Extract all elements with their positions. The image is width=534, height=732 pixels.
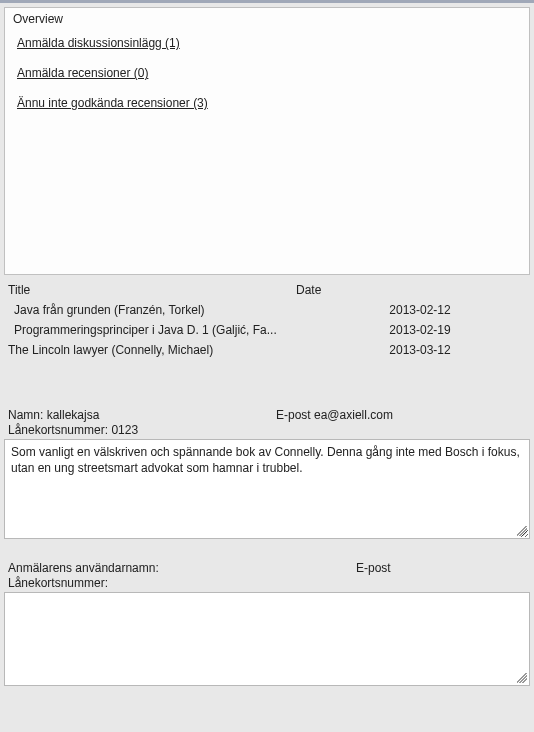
- user-card-label: Lånekortsnummer: 0123: [8, 423, 526, 437]
- overview-title: Overview: [13, 12, 521, 26]
- user-email-label: E-post ea@axiell.com: [276, 408, 526, 422]
- reporter-email-label: E-post: [356, 561, 526, 575]
- column-header-date[interactable]: Date: [296, 283, 526, 297]
- user-name-label: Namn: kallekajsa: [8, 408, 276, 422]
- user-info-section: Namn: kallekajsa E-post ea@axiell.com Lå…: [4, 408, 530, 437]
- reporter-textarea[interactable]: [4, 592, 530, 686]
- table-row[interactable]: The Lincoln lawyer (Connelly, Michael) 2…: [4, 340, 530, 360]
- cell-date: 2013-02-19: [320, 323, 520, 337]
- link-pending-reviews[interactable]: Ännu inte godkända recensioner (3): [17, 96, 517, 110]
- column-header-title[interactable]: Title: [8, 283, 296, 297]
- reporter-card-label: Lånekortsnummer:: [8, 576, 526, 590]
- link-reported-reviews[interactable]: Anmälda recensioner (0): [17, 66, 517, 80]
- table-row[interactable]: Programmeringsprinciper i Java D. 1 (Gal…: [4, 320, 530, 340]
- cell-date: 2013-03-12: [320, 343, 520, 357]
- reporter-username-label: Anmälarens användarnamn:: [8, 561, 356, 575]
- overview-panel: Overview Anmälda diskussionsinlägg (1) A…: [4, 7, 530, 275]
- resize-grip-icon[interactable]: [517, 673, 527, 683]
- cell-date: 2013-02-12: [320, 303, 520, 317]
- link-reported-discussions[interactable]: Anmälda diskussionsinlägg (1): [17, 36, 517, 50]
- review-text: Som vanligt en välskriven och spännande …: [11, 445, 520, 475]
- cell-title: The Lincoln lawyer (Connelly, Michael): [8, 343, 320, 357]
- cell-title: Java från grunden (Franzén, Torkel): [14, 303, 320, 317]
- resize-grip-icon[interactable]: [517, 526, 527, 536]
- cell-title: Programmeringsprinciper i Java D. 1 (Gal…: [14, 323, 320, 337]
- results-table: Title Date Java från grunden (Franzén, T…: [4, 281, 530, 360]
- table-row[interactable]: Java från grunden (Franzén, Torkel) 2013…: [4, 300, 530, 320]
- review-textarea[interactable]: Som vanligt en välskriven och spännande …: [4, 439, 530, 539]
- table-header-row: Title Date: [4, 281, 530, 300]
- reporter-info-section: Anmälarens användarnamn: E-post Lånekort…: [4, 561, 530, 590]
